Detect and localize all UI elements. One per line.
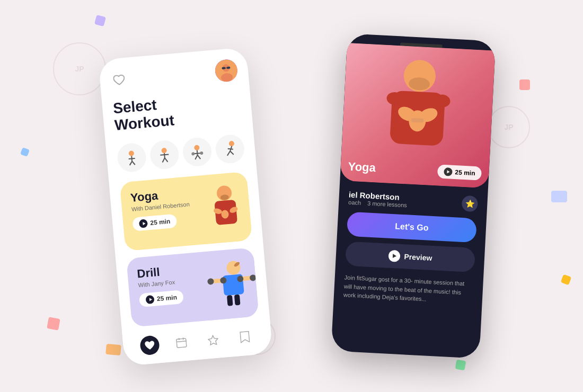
svg-line-25 (228, 148, 233, 150)
yoga-time-badge[interactable]: 25 min (132, 214, 177, 231)
bg-shape-3 (47, 317, 60, 330)
hero-workout-name: Yoga (348, 159, 376, 174)
yoga-duration: 25 min (150, 218, 171, 227)
svg-line-50 (176, 341, 186, 342)
svg-rect-45 (227, 295, 233, 306)
nav-bookmark[interactable] (234, 327, 255, 348)
drill-person-image (204, 255, 259, 323)
hero-workout-label: Yoga (348, 159, 376, 175)
category-yoga2[interactable] (149, 139, 180, 171)
svg-line-15 (165, 158, 168, 162)
svg-point-6 (128, 150, 134, 156)
avatar[interactable] (214, 59, 238, 83)
hero-play-icon (444, 167, 453, 176)
hero-time-badge: 25 min (437, 164, 482, 180)
svg-point-19 (191, 152, 195, 156)
drill-card[interactable]: Drill With Jany Fox 25 min (126, 248, 259, 327)
phones-wrapper: Select Workout (80, 32, 504, 360)
category-stretch[interactable] (215, 133, 246, 165)
lets-go-button[interactable]: Let's Go (347, 212, 477, 243)
category-weights[interactable] (182, 137, 213, 168)
nav-favorites[interactable] (139, 335, 160, 355)
bg-shape-7 (561, 274, 572, 286)
bg-shape-5 (519, 79, 530, 90)
category-row (116, 133, 245, 173)
svg-point-23 (229, 141, 235, 147)
instructor-info: iel Robertson oach 3 more lessons (348, 190, 408, 208)
svg-line-17 (197, 150, 198, 155)
instructor-row: iel Robertson oach 3 more lessons ⭐ (348, 190, 478, 212)
drill-duration: 25 min (156, 293, 177, 302)
nav-calendar[interactable] (171, 332, 192, 353)
svg-point-11 (161, 148, 167, 154)
bg-shape-8 (455, 360, 466, 371)
right-phone: Yoga 25 min iel Robertson oach 3 more le… (331, 33, 496, 359)
svg-line-22 (198, 155, 201, 159)
svg-point-16 (194, 145, 200, 151)
drill-play-icon (145, 295, 154, 304)
nav-stars[interactable] (203, 329, 224, 350)
bg-shape-1 (94, 15, 106, 26)
instructor-role: oach (348, 199, 361, 206)
description-text: Join fitSugar gost for a 30- minute sess… (343, 273, 474, 306)
more-lessons: 3 more lessons (367, 200, 407, 208)
bg-shape-6 (551, 191, 567, 202)
svg-rect-47 (176, 338, 187, 348)
yoga-person-image (197, 180, 252, 247)
yoga-card[interactable]: Yoga With Daniel Robertson 25 min (120, 172, 252, 251)
yoga-play-icon (139, 219, 148, 228)
detail-section: iel Robertson oach 3 more lessons ⭐ Let'… (333, 181, 488, 315)
preview-button[interactable]: Preview (345, 241, 475, 272)
svg-marker-51 (208, 335, 218, 345)
svg-point-20 (200, 152, 204, 155)
top-bar (110, 59, 238, 92)
svg-rect-46 (234, 295, 241, 306)
svg-line-12 (164, 153, 165, 158)
heart-icon[interactable] (110, 71, 128, 90)
preview-play-icon (388, 250, 400, 262)
svg-line-10 (132, 161, 135, 165)
svg-line-26 (227, 152, 231, 156)
star-badge[interactable]: ⭐ (462, 195, 479, 212)
svg-rect-59 (411, 118, 423, 123)
category-yoga1[interactable] (116, 142, 147, 174)
left-phone: Select Workout (98, 47, 272, 366)
svg-line-13 (160, 155, 169, 155)
svg-line-8 (129, 158, 135, 159)
hero-duration: 25 min (455, 168, 475, 177)
svg-line-27 (230, 151, 234, 155)
hero-image: Yoga 25 min (340, 43, 495, 188)
bg-shape-2 (20, 147, 30, 157)
preview-label: Preview (404, 252, 432, 262)
drill-time-badge[interactable]: 25 min (139, 290, 184, 307)
page-title: Select Workout (112, 89, 242, 134)
